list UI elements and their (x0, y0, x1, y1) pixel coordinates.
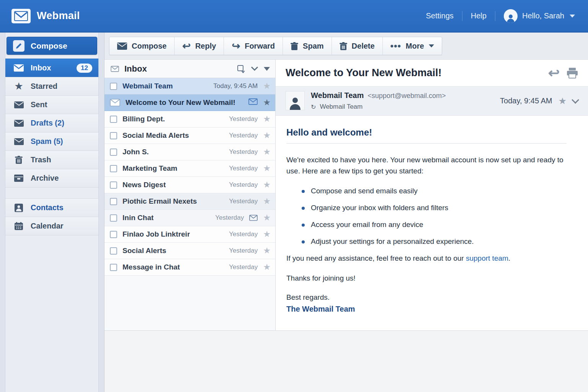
delete-button[interactable]: Delete (332, 37, 383, 55)
divider (495, 11, 495, 21)
row-checkbox[interactable] (110, 181, 117, 189)
star-icon[interactable]: ★ (263, 230, 271, 238)
list-item[interactable]: Finlao Job Linktreir Yesterday ★ (105, 226, 275, 243)
forward-label: Forward (245, 42, 275, 51)
more-button[interactable]: ••• More (383, 37, 442, 55)
tip-item: Adjust your settings for a personailzed … (302, 237, 567, 246)
email-body: Hello and welcome! We're excited to have… (276, 116, 582, 314)
row-sender: Piothic Ermail Nexets (122, 197, 197, 206)
star-icon[interactable]: ★ (558, 96, 567, 106)
sort-triangle-icon[interactable] (264, 67, 270, 71)
star-icon[interactable]: ★ (263, 263, 271, 271)
sidebar-item-spam[interactable]: Spam (5) (5, 132, 98, 150)
forward-arrow-icon: ↪ (232, 41, 240, 51)
row-date: Yesterday (229, 198, 258, 205)
forward-button[interactable]: ↪ Forward (224, 37, 283, 55)
webmail-logo-envelope-icon (11, 9, 31, 23)
top-nav: Settings Help Hello, Sarah (426, 9, 575, 23)
sidebar-item-inbox[interactable]: Inbox 12 (5, 59, 98, 77)
sidebar-item-trash[interactable]: Trash (5, 150, 98, 169)
sidebar-item-archive[interactable]: Archive (5, 169, 98, 187)
row-sender: Marketing Team (122, 164, 177, 173)
archive-icon (14, 175, 24, 182)
sender-name: Webmail Team (311, 91, 364, 100)
user-menu[interactable]: Hello, Sarah (504, 9, 575, 23)
list-item[interactable]: Social Alerts Yesterday ★ (105, 243, 275, 259)
row-checkbox[interactable] (110, 247, 117, 255)
reading-pane: Welcome to Your New Webmail! ↩ (276, 59, 588, 330)
recipient-group-icon: ↻ (311, 103, 316, 111)
sidebar-item-contacts[interactable]: Contacts (5, 198, 98, 217)
email-subject: Welcome to Your New Webmail! (286, 67, 442, 79)
assistance-text: If you need any assistance, feel free to… (286, 254, 466, 262)
list-item[interactable]: News Digest Yesterday ★ (105, 177, 275, 193)
reply-icon[interactable]: ↩ (548, 66, 560, 80)
sidebar-item-calendar[interactable]: Calendar (5, 217, 98, 235)
star-icon[interactable]: ★ (263, 164, 271, 173)
sidebar-item-starred[interactable]: ★ Starred (5, 77, 98, 95)
assistance-line: If you need any assistance, feel free to… (286, 254, 567, 263)
main-area: Compose ↩ Reply ↪ Forward (105, 33, 588, 392)
star-icon[interactable]: ★ (263, 131, 271, 140)
footer-area (105, 330, 588, 392)
toolbar-row: Compose ↩ Reply ↪ Forward (105, 33, 588, 59)
star-icon[interactable]: ★ (263, 197, 271, 206)
list-item[interactable]: Marketing Team Yesterday ★ (105, 160, 275, 177)
star-icon[interactable]: ★ (263, 148, 271, 156)
divider (462, 11, 462, 21)
chevron-down-icon[interactable] (572, 96, 579, 104)
row-sender: Webmail Team (122, 82, 173, 90)
list-item[interactable]: Inin Chat Yesterday ★ (105, 210, 275, 226)
toolbar-compose-button[interactable]: Compose (109, 37, 175, 55)
chevron-down-icon[interactable] (251, 66, 258, 71)
signature-line: The Webmail Team (286, 305, 567, 314)
move-to-icon[interactable] (237, 65, 245, 73)
star-icon[interactable]: ★ (263, 98, 271, 107)
star-icon[interactable]: ★ (263, 82, 271, 90)
row-checkbox[interactable] (110, 149, 117, 156)
star-icon[interactable]: ★ (263, 214, 271, 222)
list-item-selected-subject[interactable]: Welcome to Your New Webmail! ★ (105, 95, 275, 111)
list-item-selected-sender[interactable]: Webmail Team Today, 9:45 AM ★ (105, 78, 275, 95)
support-team-link[interactable]: support team (466, 254, 508, 262)
star-icon[interactable]: ★ (263, 181, 271, 189)
list-item[interactable]: John S. Yesterday ★ (105, 144, 275, 160)
email-meta: Webmail Team <support@webmail.com> ↻ Web… (276, 87, 588, 116)
row-sender: Message in Chat (122, 263, 180, 271)
reply-button[interactable]: ↩ Reply (175, 37, 224, 55)
star-icon[interactable]: ★ (263, 115, 271, 123)
help-link[interactable]: Help (471, 11, 487, 20)
sidebar-item-label: Trash (31, 155, 51, 164)
star-icon[interactable]: ★ (263, 247, 271, 255)
email-date: Today, 9:45 AM (500, 96, 552, 105)
sidebar-item-drafts[interactable]: Drafts (2) (5, 114, 98, 132)
compose-button[interactable]: Compose (7, 37, 97, 55)
list-item[interactable]: Billing Dept. Yesterday ★ (105, 111, 275, 127)
sender-avatar (286, 91, 305, 110)
row-checkbox[interactable] (110, 116, 117, 123)
row-checkbox[interactable] (110, 214, 117, 222)
sidebar-spacer (5, 187, 98, 198)
list-item[interactable]: Piothic Ermail Nexets Yesterday ★ (105, 193, 275, 210)
row-checkbox[interactable] (110, 198, 117, 205)
row-checkbox[interactable] (110, 264, 117, 271)
row-checkbox[interactable] (110, 83, 117, 90)
webmail-app: Webmail Settings Help Hello, Sarah (0, 0, 588, 392)
calendar-icon (14, 222, 24, 230)
star-icon: ★ (14, 82, 24, 91)
unread-count-badge: 12 (77, 64, 92, 73)
row-checkbox[interactable] (110, 231, 117, 238)
reader-title-bar: Welcome to Your New Webmail! ↩ (276, 60, 588, 87)
settings-link[interactable]: Settings (426, 11, 454, 20)
list-item[interactable]: Social Media Alerts Yesterday ★ (105, 127, 275, 144)
sidebar-item-label: Inbox (31, 64, 51, 72)
sidebar-item-sent[interactable]: Sent (5, 95, 98, 114)
print-icon[interactable] (567, 68, 578, 78)
row-date: Yesterday (229, 165, 258, 172)
row-subject: Welcome to Your New Webmail! (126, 98, 235, 107)
row-checkbox[interactable] (110, 165, 117, 172)
spam-button[interactable]: Spam (283, 37, 332, 55)
message-toolbar: Compose ↩ Reply ↪ Forward (109, 37, 442, 55)
row-checkbox[interactable] (110, 132, 117, 139)
list-item[interactable]: Message in Chat Yesterday ★ (105, 259, 275, 276)
